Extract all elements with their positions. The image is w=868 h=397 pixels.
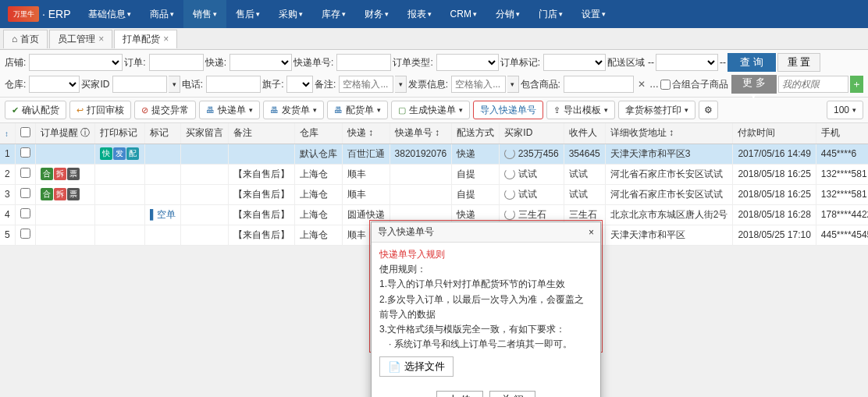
logo-icon: 万里牛 [8,6,39,22]
table-row[interactable]: 2合拆票【来自售后】上海仓顺丰自提 试试试试河北省石家庄市长安区试试2018/0… [0,164,868,184]
nav-report[interactable]: 报表▾ [398,0,441,28]
col-address[interactable]: 详细收货地址 ↕ [605,123,733,144]
import-express-button[interactable]: 导入快递单号 [473,101,543,119]
nav-stock[interactable]: 库存▾ [312,0,355,28]
col-mark[interactable]: 标记 [145,123,181,144]
row-checkbox[interactable] [20,147,30,158]
col-express-no[interactable]: 快递单号 ↕ [390,123,452,144]
col-express[interactable]: 快递 ↕ [342,123,390,144]
tab-picking[interactable]: 打单配货 × [114,30,177,48]
express-sheet-button[interactable]: 🖶快递单▾ [199,101,260,119]
confirm-picking-button[interactable]: ✔确认配货 [5,101,66,119]
choose-file-button[interactable]: 📄选择文件 [379,356,454,377]
row-checkbox[interactable] [20,188,30,198]
region-select[interactable] [656,54,718,71]
col-remark[interactable]: 备注 [228,123,294,144]
row-checkbox[interactable] [20,229,30,239]
phone-input[interactable] [206,76,261,93]
nav-sales[interactable]: 销售▾ [183,0,226,28]
shop-select[interactable] [29,54,123,71]
close-icon[interactable]: × [589,227,594,238]
col-msg[interactable]: 买家留言 [180,123,228,144]
contain-input[interactable] [564,76,634,93]
col-paytime[interactable]: 付款时间 [733,123,816,144]
label-buyer: 买家ID [81,78,111,91]
page-tabs: ⌂ 首页 员工管理 × 打单配货 × [0,28,868,50]
order-input[interactable] [149,54,204,71]
query-button[interactable]: 查 询 [727,53,776,72]
nav-setting[interactable]: 设置▾ [572,0,615,28]
refresh-icon [504,148,515,159]
nav-basic[interactable]: 基础信息▾ [79,0,141,28]
print-icon: 🖶 [206,105,215,115]
tab-home[interactable]: ⌂ 首页 [3,30,48,48]
label-order-type: 订单类型: [393,56,434,69]
privilege-input[interactable] [778,76,848,93]
label-contain: 包含商品: [521,78,562,91]
col-warehouse[interactable]: 仓库 [294,123,342,144]
settings-button[interactable]: ⚙ [699,101,718,119]
label-order-tag: 订单标记: [500,56,542,69]
nav-aftersale[interactable]: 售后▾ [226,0,269,28]
export-template-button[interactable]: ⇪导出模板▾ [546,101,615,119]
table-row[interactable]: 3合拆票【来自售后】上海仓顺丰自提 试试试试河北省石家庄市长安区试试2018/0… [0,184,868,204]
row-checkbox[interactable] [20,208,30,218]
submit-exception-button[interactable]: ⊘提交异常 [134,101,196,119]
col-index[interactable]: ↕ [0,123,15,144]
rule-header: 快递单导入规则 [379,247,592,262]
col-print[interactable]: 打印标记 [95,123,145,144]
file-icon: 📄 [388,361,401,373]
pick-label-button[interactable]: 拿货标签打印▾ [618,101,695,119]
delivery-sheet-button[interactable]: 🖶发货单▾ [263,101,324,119]
row-checkbox[interactable] [20,168,30,178]
upload-button[interactable]: 上 传 [436,391,483,397]
label-express: 快递: [205,56,228,69]
clear-icon[interactable]: ✕ [635,79,648,90]
express-no-input[interactable] [336,54,391,71]
nav-store[interactable]: 门店▾ [529,0,572,28]
gen-express-button[interactable]: ▢生成快递单▾ [391,101,470,119]
print-audit-button[interactable]: ↩打回审核 [69,101,131,119]
table-row[interactable]: 1快发配默认仓库百世汇通3820192076快递 235万456354645天津… [0,144,868,164]
col-buyer[interactable]: 买家ID [500,123,564,144]
picking-sheet-button[interactable]: 🖶配货单▾ [327,101,388,119]
tab-staff[interactable]: 员工管理 × [49,30,112,48]
col-phone[interactable]: 手机 [816,123,868,144]
chevron-down-icon[interactable]: ▾ [169,76,180,93]
remark-input[interactable] [339,76,393,93]
invoice-input[interactable] [451,76,506,93]
nav-finance[interactable]: 财务▾ [355,0,398,28]
use-label: 使用规则： [379,262,592,277]
more-button[interactable]: 更 多 ▾ [731,75,777,94]
buyer-input[interactable] [112,76,167,93]
combine-checkbox[interactable] [660,80,671,90]
plus-square-icon: ▢ [398,105,406,115]
page-size-select[interactable]: 100▾ [827,101,863,119]
order-tag-select[interactable] [543,54,606,71]
nav-goods[interactable]: 商品▾ [141,0,183,28]
col-checkbox[interactable] [15,123,35,144]
col-receiver[interactable]: 收件人 [564,123,605,144]
label-remark: 备注: [315,78,337,91]
check-icon: ✔ [12,105,19,115]
print-icon: 🖶 [334,105,343,115]
close-icon[interactable]: × [98,30,104,48]
warehouse-select[interactable] [29,76,80,93]
close-icon[interactable]: × [163,30,169,48]
order-type-select[interactable] [436,54,499,71]
nav-purchase[interactable]: 采购▾ [269,0,312,28]
col-reminder[interactable]: 订单提醒 ⓘ [35,123,94,144]
nav-dist[interactable]: 分销▾ [486,0,529,28]
return-icon: ↩ [76,105,84,115]
rule-1: 1.导入的订单只针对打单配货环节的订单生效 [379,277,592,292]
express-select[interactable] [229,54,292,71]
flag-select[interactable] [286,76,313,93]
reset-button[interactable]: 重 置 [777,53,821,72]
nav-crm[interactable]: CRM▾ [441,0,486,28]
label-order: 订单: [124,56,147,69]
combine-label: 合组合子商品 [672,78,730,91]
col-ship[interactable]: 配送方式 [452,123,500,144]
close-button[interactable]: 关 闭 [489,391,536,397]
add-button[interactable]: ＋ [850,76,863,93]
export-icon: ⇪ [553,105,560,115]
